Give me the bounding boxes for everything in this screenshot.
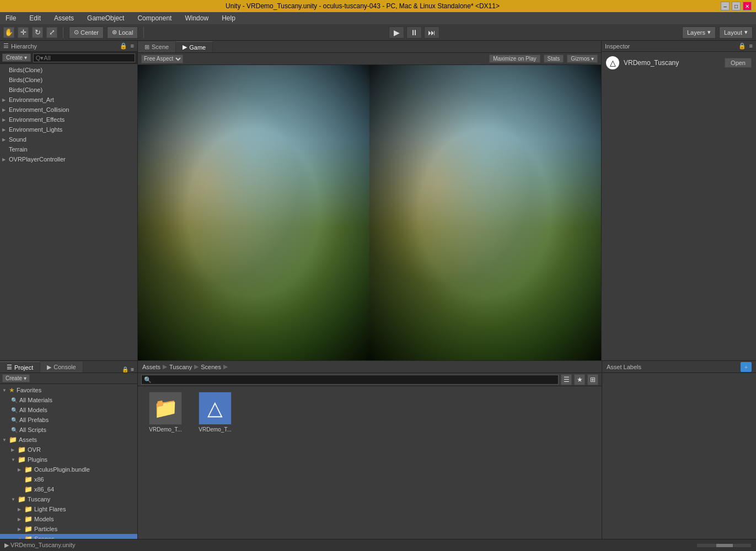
hierarchy-menu-icon[interactable]: ≡ [131,42,134,50]
expand-arrow-icon[interactable] [2,127,9,132]
scenes-item[interactable]: 📁Scenes [0,534,137,539]
light-flares-arrow-icon[interactable] [18,507,24,512]
open-button[interactable]: Open [725,58,752,68]
scale-tool-button[interactable]: ⤢ [46,27,57,38]
plugins-arrow-icon[interactable] [11,457,18,462]
stats-button[interactable]: Stats [544,55,564,63]
hierarchy-item[interactable]: Terrain [0,144,137,154]
maximize-button[interactable]: □ [732,2,741,10]
menu-window[interactable]: Window [181,13,212,23]
menu-assets[interactable]: Assets [51,13,77,23]
close-button[interactable]: ✕ [743,2,752,10]
zoom-scrollbar[interactable] [696,543,752,548]
favorites-arrow-icon[interactable] [2,388,9,393]
tab-game[interactable]: ▶ Game [176,41,213,52]
file-item-unity[interactable]: △ VRDemo_T... [193,392,237,433]
assets-arrow-icon[interactable] [2,437,9,442]
step-button[interactable]: ⏭ [424,26,439,39]
project-create-button[interactable]: Create ▾ [2,374,30,382]
local-button[interactable]: ⊛ Local [107,26,138,39]
project-tab-icon: ☰ [7,364,12,371]
tab-project[interactable]: ☰ Project [0,361,40,372]
maximize-on-play-button[interactable]: Maximize on Play [489,55,540,63]
tuscany-item[interactable]: 📁Tuscany [0,494,137,504]
file-icon-btn-1[interactable]: ☰ [561,374,572,385]
layers-dropdown[interactable]: Layers ▾ [682,26,716,39]
menu-edit[interactable]: Edit [26,13,44,23]
ovr-arrow-icon[interactable] [11,447,18,452]
vr-left-eye [138,65,369,360]
hierarchy-create-button[interactable]: Create ▾ [2,53,31,62]
inspector-lock-icon[interactable]: 🔒 [738,42,746,50]
hierarchy-item[interactable]: Environment_Effects [0,115,137,125]
models-arrow-icon[interactable] [18,517,24,522]
particles-arrow-icon[interactable] [18,527,24,532]
breadcrumb-tuscany[interactable]: Tuscany [169,364,192,370]
particles-item[interactable]: 📁Particles [0,524,137,534]
favorites-section[interactable]: ★ Favorites [0,385,137,395]
all-prefabs-item[interactable]: 🔍All Prefabs [0,415,137,425]
hierarchy-item[interactable]: Environment_Collision [0,105,137,115]
hierarchy-item[interactable]: Sound [0,134,137,144]
play-button[interactable]: ▶ [389,26,404,39]
hierarchy-item[interactable]: Environment_Lights [0,125,137,134]
hand-tool-button[interactable]: ✋ [3,27,14,38]
inspector-menu-icon[interactable]: ≡ [749,42,753,50]
move-tool-button[interactable]: ✛ [18,27,29,38]
breadcrumb-sep2: ▶ [194,363,199,370]
menu-file[interactable]: File [2,13,19,23]
game-tab-icon: ▶ [183,44,187,51]
file-icon-btn-3[interactable]: ⊞ [587,374,598,385]
light-flares-item[interactable]: 📁Light Flares [0,504,137,514]
expand-arrow-icon[interactable] [2,98,9,102]
tab-scene[interactable]: ⊞ Scene [138,41,176,52]
expand-arrow-icon[interactable] [2,137,9,142]
oculusplugin-item[interactable]: 📁OculusPlugin.bundle [0,464,137,474]
all-scripts-item[interactable]: 🔍All Scripts [0,425,137,435]
assets-section[interactable]: 📁 Assets [0,435,137,445]
layout-dropdown[interactable]: Layout ▾ [719,26,753,39]
center-button[interactable]: ⊙ Center [69,26,104,39]
minimize-button[interactable]: – [721,2,730,10]
x86_64-item[interactable]: 📁x86_64 [0,484,137,494]
ovr-item[interactable]: 📁OVR [0,445,137,455]
models-item[interactable]: 📁Models [0,514,137,524]
hierarchy-item[interactable]: Birds(Clone) [0,65,137,75]
hierarchy-item[interactable]: Birds(Clone) [0,75,137,85]
hierarchy-item[interactable]: Birds(Clone) [0,85,137,95]
breadcrumb-assets[interactable]: Assets [142,364,160,370]
project-lock-icon[interactable]: 🔒 [122,366,128,372]
expand-arrow-icon[interactable] [2,117,9,122]
menu-help[interactable]: Help [218,13,239,23]
asset-label-add-button[interactable]: + [741,362,752,372]
search-icon: 🔍 [11,427,18,433]
all-models-item[interactable]: 🔍All Models [0,405,137,415]
project-menu-icon[interactable]: ≡ [131,366,134,372]
file-search-input[interactable] [141,375,559,385]
hierarchy-lock-icon[interactable]: 🔒 [120,42,127,50]
plugins-item[interactable]: 📁Plugins [0,455,137,464]
rotate-tool-button[interactable]: ↻ [32,27,43,38]
pause-button[interactable]: ⏸ [406,26,422,39]
breadcrumb-sep1: ▶ [163,363,167,370]
menu-gameobject[interactable]: GameObject [84,13,127,23]
inspector-content: △ VRDemo_Tuscany Open [602,52,756,74]
expand-arrow-icon[interactable] [2,157,9,162]
file-icon-btn-2[interactable]: ★ [574,374,585,385]
gizmos-button[interactable]: Gizmos ▾ [567,55,598,63]
menu-component[interactable]: Component [134,13,175,23]
aspect-dropdown[interactable]: Free Aspect [141,55,183,63]
breadcrumb-scenes[interactable]: Scenes [201,364,221,370]
hierarchy-search-input[interactable] [33,53,135,62]
expand-arrow-icon[interactable] [2,107,9,112]
all-materials-item[interactable]: 🔍All Materials [0,395,137,405]
oculusplugin-arrow-icon[interactable] [18,467,24,472]
local-label: Local [119,29,133,36]
x86-item[interactable]: 📁x86 [0,474,137,484]
inspector-object-name: VRDemo_Tuscany [624,59,679,67]
tuscany-arrow-icon[interactable] [11,497,18,502]
hierarchy-item[interactable]: OVRPlayerController [0,154,137,164]
hierarchy-item[interactable]: Environment_Art [0,95,137,105]
tab-console[interactable]: ▶ Console [40,361,83,372]
file-item-folder[interactable]: 📁 VRDemo_T... [143,392,187,433]
